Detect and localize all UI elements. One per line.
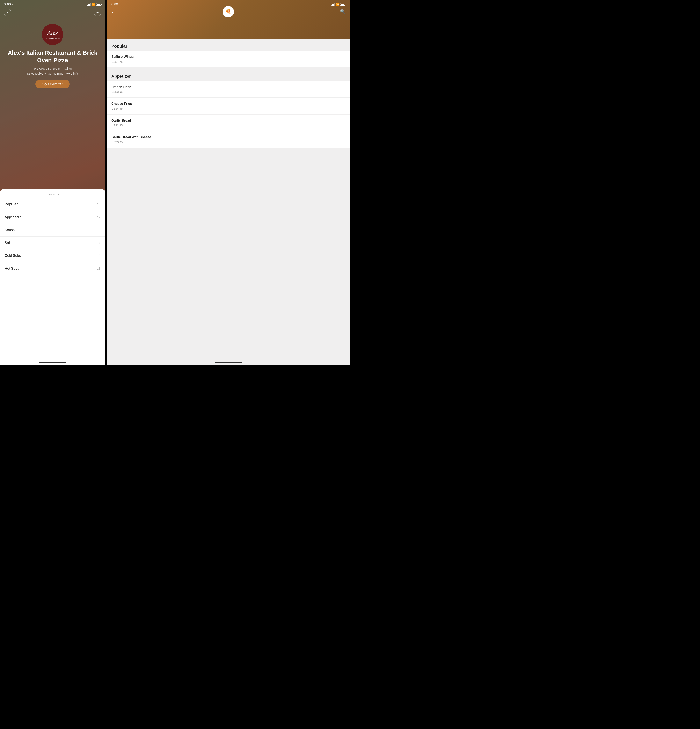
- category-count-appetizers: 17: [97, 216, 100, 219]
- left-panel: 8:03 ↗ 📶 ‹ ★ Alex Italian Restaurant: [0, 0, 105, 364]
- location-arrow-right: ↗: [119, 3, 121, 6]
- panel-divider: [105, 0, 107, 364]
- home-indicator-right: [215, 362, 242, 363]
- nav-bar-right: ‹ 🍕 🔍: [107, 7, 350, 16]
- item-price-cheese-fries: US$4.95: [112, 107, 345, 110]
- restaurant-address: 346 Grove St (500 m) · Italian: [33, 67, 72, 70]
- menu-item-garlic-bread[interactable]: Garlic Bread US$2.35: [107, 115, 350, 131]
- status-bar-left: 8:03 ↗ 📶: [0, 0, 105, 7]
- item-price-buffalo-wings: US$7.75: [112, 60, 345, 63]
- logo-text-alex: Alex: [45, 29, 59, 36]
- nav-bar-left: ‹ ★: [0, 7, 105, 18]
- restaurant-name: Alex's Italian Restaurant & Brick Oven P…: [6, 49, 99, 64]
- unlimited-pill-button[interactable]: ◇◇ Unlimited: [35, 80, 70, 89]
- category-count-salads: 14: [97, 241, 100, 245]
- categories-section: Categories Popular 10 Appetizers 17 Soup…: [0, 189, 105, 364]
- category-item-popular[interactable]: Popular 10: [0, 198, 105, 211]
- signal-bars-left: [87, 3, 91, 6]
- location-arrow-left: ↗: [12, 3, 14, 6]
- category-count-cold-subs: 4: [99, 254, 100, 258]
- favorite-button-left[interactable]: ★: [94, 9, 101, 16]
- more-info-link[interactable]: More info: [66, 72, 78, 75]
- battery-icon-left: [96, 3, 101, 6]
- menu-section-appetizer: Appetizer French Fries US$3.95 Cheese Fr…: [107, 69, 350, 148]
- item-name-cheese-fries: Cheese Fries: [112, 102, 345, 106]
- unlimited-label: Unlimited: [48, 82, 63, 86]
- restaurant-logo: Alex Italian Restaurant: [42, 24, 63, 45]
- category-name-cold-subs: Cold Subs: [5, 254, 21, 258]
- item-price-garlic-bread: US$2.35: [112, 123, 345, 127]
- category-item-soups[interactable]: Soups 6: [0, 224, 105, 237]
- category-count-popular: 10: [97, 203, 100, 206]
- category-item-salads[interactable]: Salads 14: [0, 237, 105, 250]
- signal-bars-right: [331, 3, 335, 6]
- restaurant-delivery: $1.99 Delivery · 30–40 mins ·: [27, 72, 65, 75]
- wifi-icon-left: 📶: [92, 3, 95, 6]
- category-item-appetizers[interactable]: Appetizers 17: [0, 211, 105, 224]
- pizza-logo-circle: 🍕: [223, 6, 234, 17]
- section-title-appetizer: Appetizer: [107, 69, 350, 81]
- item-price-french-fries: US$3.95: [112, 90, 345, 93]
- status-icons-left: 📶: [87, 3, 101, 6]
- menu-item-buffalo-wings[interactable]: Buffalo Wings US$7.75: [107, 51, 350, 67]
- category-name-popular: Popular: [5, 202, 18, 206]
- category-name-appetizers: Appetizers: [5, 215, 21, 219]
- menu-content: Popular Buffalo Wings US$7.75 Appetizer …: [107, 39, 350, 364]
- item-price-garlic-bread-cheese: US$3.95: [112, 140, 345, 144]
- unlimited-button-area: ◇◇ Unlimited: [0, 80, 105, 89]
- unlimited-icon: ◇◇: [42, 82, 46, 86]
- status-time-left: 8:03: [4, 2, 11, 6]
- item-name-garlic-bread: Garlic Bread: [112, 119, 345, 122]
- menu-item-garlic-bread-cheese[interactable]: Garlic Bread with Cheese US$3.95: [107, 131, 350, 148]
- menu-item-cheese-fries[interactable]: Cheese Fries US$4.95: [107, 98, 350, 114]
- item-name-buffalo-wings: Buffalo Wings: [112, 55, 345, 59]
- restaurant-details: 346 Grove St (500 m) · Italian $1.99 Del…: [6, 66, 99, 76]
- menu-section-popular: Popular Buffalo Wings US$7.75: [107, 39, 350, 67]
- item-name-garlic-bread-cheese: Garlic Bread with Cheese: [112, 135, 345, 139]
- menu-item-french-fries[interactable]: French Fries US$3.95: [107, 81, 350, 97]
- status-time-right: 8:03: [112, 2, 118, 6]
- category-count-hot-subs: 11: [97, 267, 100, 270]
- battery-icon-right: [340, 3, 345, 6]
- back-button-right[interactable]: ‹: [112, 9, 113, 15]
- pizza-icon: 🍕: [225, 9, 232, 15]
- category-item-hot-subs[interactable]: Hot Subs 11: [0, 262, 105, 275]
- right-header-background: 8:03 ↗ 📶 ‹ 🍕 🔍: [107, 0, 350, 39]
- categories-label: Categories: [0, 189, 105, 198]
- home-indicator-left: [39, 362, 66, 363]
- category-list: Popular 10 Appetizers 17 Soups 6 Salads …: [0, 198, 105, 275]
- right-panel: 8:03 ↗ 📶 ‹ 🍕 🔍 Popula: [107, 0, 350, 364]
- back-button-left[interactable]: ‹: [4, 9, 11, 16]
- status-icons-right: 📶: [331, 3, 345, 6]
- restaurant-logo-area: Alex Italian Restaurant: [0, 24, 105, 45]
- restaurant-info: Alex's Italian Restaurant & Brick Oven P…: [0, 45, 105, 76]
- category-name-soups: Soups: [5, 228, 14, 232]
- category-name-hot-subs: Hot Subs: [5, 267, 19, 271]
- section-title-popular: Popular: [107, 39, 350, 51]
- category-count-soups: 6: [99, 228, 100, 232]
- category-item-cold-subs[interactable]: Cold Subs 4: [0, 250, 105, 262]
- logo-text-subtitle: Italian Restaurant: [45, 37, 59, 39]
- category-name-salads: Salads: [5, 241, 15, 245]
- wifi-icon-right: 📶: [336, 3, 339, 6]
- search-button-right[interactable]: 🔍: [340, 9, 345, 14]
- item-name-french-fries: French Fries: [112, 85, 345, 89]
